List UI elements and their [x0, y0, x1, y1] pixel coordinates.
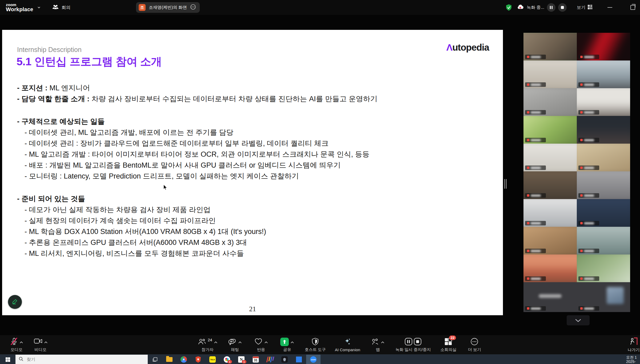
calendar-icon[interactable]: 31 — [249, 355, 263, 364]
apps-chevron-icon[interactable] — [381, 340, 384, 345]
start-button[interactable] — [0, 355, 15, 364]
participant-video-tile[interactable] — [523, 144, 577, 171]
shared-screen-tab[interactable]: 조 조재영(케빈)의 화면 — [136, 2, 200, 13]
annotate-button[interactable] — [8, 295, 22, 309]
ai-companion-label: AI Companion — [335, 347, 360, 352]
chevron-down-icon[interactable] — [37, 6, 41, 9]
participant-video-tile[interactable] — [577, 60, 630, 88]
zoom-meeting-window: zoom Workplace 회의 조 조재영(케 — [0, 0, 640, 364]
stop-recording-button[interactable] — [558, 3, 567, 12]
apps-label: 앱 — [376, 347, 380, 352]
security-shield-icon[interactable] — [505, 4, 512, 11]
stop-recording-icon[interactable] — [414, 338, 422, 347]
chrome-icon[interactable] — [177, 355, 191, 364]
participant-video-tile[interactable] — [523, 60, 577, 88]
expected-item: - 데이터셋 관리 : 장비가 클라우드에 업로드해준 데이터로부터 일부 라벨… — [17, 138, 487, 149]
reactions-button[interactable]: 반응 — [253, 335, 270, 354]
share-screen-button[interactable]: 공유 — [279, 335, 296, 354]
ai-companion-button[interactable]: AI Companion — [335, 335, 360, 354]
participant-video-tile[interactable] — [577, 199, 630, 227]
logo-text-zoom: zoom — [6, 3, 33, 7]
tab-options-icon[interactable] — [190, 4, 196, 11]
participant-video-tile[interactable] — [523, 254, 577, 282]
participant-video-tile[interactable] — [577, 144, 630, 171]
participant-video-tile[interactable] — [523, 171, 577, 199]
breakout-label: 소회의실 — [440, 347, 456, 352]
chat-chevron-icon[interactable] — [238, 340, 242, 345]
participant-tile-no-video[interactable] — [523, 282, 577, 312]
participants-icon — [198, 338, 206, 347]
participant-video-tile[interactable] — [577, 88, 630, 116]
chat-button[interactable]: 채팅 — [226, 335, 243, 354]
vscode-icon[interactable] — [292, 355, 306, 364]
window-minimize-button[interactable] — [607, 7, 612, 8]
reactions-label: 반응 — [257, 347, 265, 352]
muted-mic-icon — [527, 222, 529, 224]
cloud-recording-icon — [517, 4, 524, 11]
host-tools-button[interactable]: 호스트 도구 — [305, 335, 326, 354]
participant-video-tile[interactable] — [577, 227, 630, 254]
participants-button[interactable]: 24 참가자 — [198, 335, 217, 354]
breakout-rooms-button[interactable]: 22 소회의실 — [440, 335, 457, 354]
chat-label: 채팅 — [231, 347, 239, 352]
media-app-icon[interactable] — [263, 355, 277, 364]
zoom-app-icon[interactable]: zoom — [306, 355, 321, 364]
slide-kicker: Internship Description — [17, 46, 82, 54]
pause-recording-button[interactable] — [547, 3, 555, 12]
slack-icon[interactable]: 1 — [220, 355, 234, 364]
participant-tile-no-video[interactable] — [577, 282, 630, 312]
position-label: - 포지션 : — [17, 84, 47, 92]
expected-header: - 구체적으로 예상되는 일들 — [17, 116, 487, 127]
titlebar: zoom Workplace 회의 조 조재영(케 — [0, 0, 640, 15]
taskbar-search[interactable] — [15, 355, 148, 364]
notion-icon[interactable]: N1 — [234, 355, 249, 364]
participants-chevron-icon[interactable] — [214, 340, 217, 345]
leave-door-icon — [629, 337, 638, 346]
view-menu[interactable]: 보기 — [577, 5, 593, 11]
window-restore-button[interactable] — [630, 5, 635, 10]
obsidian-icon[interactable] — [277, 355, 292, 364]
participant-video-tile[interactable] — [523, 227, 577, 254]
task-view-button[interactable] — [148, 355, 162, 364]
search-input[interactable] — [26, 357, 145, 362]
apps-button[interactable]: 앱 — [369, 335, 386, 354]
pause-recording-icon[interactable] — [405, 338, 413, 347]
reactions-chevron-icon[interactable] — [265, 340, 268, 345]
notion-badge: 1 — [242, 360, 246, 363]
apps-icon — [371, 338, 379, 347]
mic-muted-icon — [10, 338, 18, 347]
video-options-chevron-icon[interactable] — [44, 340, 47, 345]
participant-video-tile-active-speaker[interactable] — [523, 33, 577, 60]
kakaotalk-icon[interactable]: TALK — [205, 355, 220, 364]
meeting-menu-item[interactable]: 회의 — [52, 4, 71, 11]
role-value: 차량 검사 장비로부터 수집되는 데이터로부터 차량 상태를 진단하는 AI를 … — [90, 95, 378, 103]
gallery-collapse-button[interactable] — [567, 315, 590, 325]
audio-options-chevron-icon[interactable] — [20, 340, 23, 345]
camera-icon — [34, 338, 42, 346]
participant-video-tile[interactable] — [577, 254, 630, 282]
more-ellipsis-icon — [470, 338, 478, 347]
taskbar-clock[interactable]: 오전 1 2025- — [626, 355, 640, 364]
ready-item: - 실제 현장의 데이터가 계속 샘솟는 데이터 수집 파이프라인 — [17, 215, 487, 226]
participant-video-tile[interactable] — [523, 116, 577, 144]
muted-mic-icon — [580, 250, 583, 252]
leave-meeting-button[interactable]: 나가기 — [627, 335, 640, 354]
muted-mic-icon — [580, 194, 583, 197]
file-explorer-icon[interactable] — [162, 355, 177, 364]
position-value: ML 엔지니어 — [47, 84, 90, 92]
participant-video-tile[interactable] — [577, 171, 630, 199]
more-button[interactable]: 더 보기 — [466, 335, 483, 354]
audio-button[interactable]: 오디오 — [8, 335, 25, 354]
recording-controls[interactable]: 녹화 일시 중지/중지 — [395, 335, 431, 354]
clock-time: 오전 1 — [626, 355, 640, 359]
participant-video-tile[interactable] — [523, 88, 577, 116]
participant-video-tile[interactable] — [577, 116, 630, 144]
panel-resize-handle[interactable] — [504, 179, 507, 189]
video-button[interactable]: 비디오 — [32, 335, 49, 354]
share-chevron-icon[interactable] — [291, 340, 294, 345]
muted-mic-icon — [527, 307, 529, 310]
brave-icon[interactable] — [191, 355, 205, 364]
participant-video-tile[interactable] — [577, 33, 630, 60]
participant-video-tile[interactable] — [523, 199, 577, 227]
muted-mic-icon — [527, 139, 529, 141]
